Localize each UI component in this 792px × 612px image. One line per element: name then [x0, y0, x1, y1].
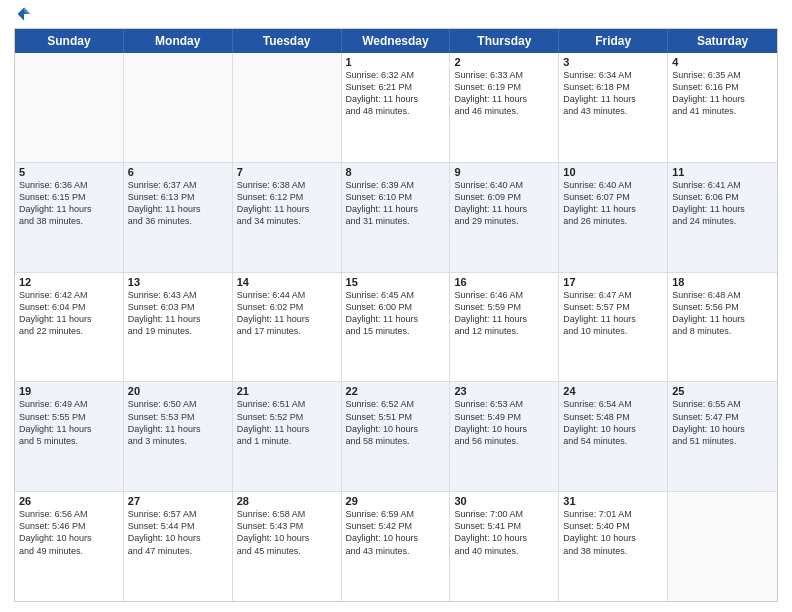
day-info: Sunrise: 6:49 AM Sunset: 5:55 PM Dayligh… — [19, 398, 119, 447]
day-cell-21: 21Sunrise: 6:51 AM Sunset: 5:52 PM Dayli… — [233, 382, 342, 491]
header-day-tuesday: Tuesday — [233, 29, 342, 53]
day-cell-5: 5Sunrise: 6:36 AM Sunset: 6:15 PM Daylig… — [15, 163, 124, 272]
day-number: 18 — [672, 276, 773, 288]
day-info: Sunrise: 6:59 AM Sunset: 5:42 PM Dayligh… — [346, 508, 446, 557]
day-cell-18: 18Sunrise: 6:48 AM Sunset: 5:56 PM Dayli… — [668, 273, 777, 382]
logo — [14, 10, 32, 22]
logo-icon — [16, 6, 32, 22]
day-info: Sunrise: 6:51 AM Sunset: 5:52 PM Dayligh… — [237, 398, 337, 447]
day-info: Sunrise: 6:34 AM Sunset: 6:18 PM Dayligh… — [563, 69, 663, 118]
day-cell-7: 7Sunrise: 6:38 AM Sunset: 6:12 PM Daylig… — [233, 163, 342, 272]
day-info: Sunrise: 6:50 AM Sunset: 5:53 PM Dayligh… — [128, 398, 228, 447]
day-info: Sunrise: 6:46 AM Sunset: 5:59 PM Dayligh… — [454, 289, 554, 338]
day-cell-4: 4Sunrise: 6:35 AM Sunset: 6:16 PM Daylig… — [668, 53, 777, 162]
day-cell-17: 17Sunrise: 6:47 AM Sunset: 5:57 PM Dayli… — [559, 273, 668, 382]
day-number: 24 — [563, 385, 663, 397]
calendar-week-4: 19Sunrise: 6:49 AM Sunset: 5:55 PM Dayli… — [15, 382, 777, 492]
day-cell-12: 12Sunrise: 6:42 AM Sunset: 6:04 PM Dayli… — [15, 273, 124, 382]
day-number: 11 — [672, 166, 773, 178]
day-info: Sunrise: 6:38 AM Sunset: 6:12 PM Dayligh… — [237, 179, 337, 228]
header-day-thursday: Thursday — [450, 29, 559, 53]
day-number: 14 — [237, 276, 337, 288]
day-number: 27 — [128, 495, 228, 507]
day-number: 1 — [346, 56, 446, 68]
day-cell-29: 29Sunrise: 6:59 AM Sunset: 5:42 PM Dayli… — [342, 492, 451, 601]
day-cell-30: 30Sunrise: 7:00 AM Sunset: 5:41 PM Dayli… — [450, 492, 559, 601]
day-number: 25 — [672, 385, 773, 397]
day-info: Sunrise: 6:45 AM Sunset: 6:00 PM Dayligh… — [346, 289, 446, 338]
day-cell-27: 27Sunrise: 6:57 AM Sunset: 5:44 PM Dayli… — [124, 492, 233, 601]
day-number: 26 — [19, 495, 119, 507]
day-info: Sunrise: 6:57 AM Sunset: 5:44 PM Dayligh… — [128, 508, 228, 557]
day-cell-1: 1Sunrise: 6:32 AM Sunset: 6:21 PM Daylig… — [342, 53, 451, 162]
day-cell-3: 3Sunrise: 6:34 AM Sunset: 6:18 PM Daylig… — [559, 53, 668, 162]
day-cell-19: 19Sunrise: 6:49 AM Sunset: 5:55 PM Dayli… — [15, 382, 124, 491]
day-number: 9 — [454, 166, 554, 178]
calendar-week-2: 5Sunrise: 6:36 AM Sunset: 6:15 PM Daylig… — [15, 163, 777, 273]
day-info: Sunrise: 6:33 AM Sunset: 6:19 PM Dayligh… — [454, 69, 554, 118]
day-info: Sunrise: 6:52 AM Sunset: 5:51 PM Dayligh… — [346, 398, 446, 447]
day-info: Sunrise: 6:37 AM Sunset: 6:13 PM Dayligh… — [128, 179, 228, 228]
empty-cell — [124, 53, 233, 162]
day-cell-13: 13Sunrise: 6:43 AM Sunset: 6:03 PM Dayli… — [124, 273, 233, 382]
header-day-wednesday: Wednesday — [342, 29, 451, 53]
header — [14, 10, 778, 22]
day-number: 15 — [346, 276, 446, 288]
day-number: 10 — [563, 166, 663, 178]
day-cell-22: 22Sunrise: 6:52 AM Sunset: 5:51 PM Dayli… — [342, 382, 451, 491]
day-info: Sunrise: 6:42 AM Sunset: 6:04 PM Dayligh… — [19, 289, 119, 338]
day-number: 8 — [346, 166, 446, 178]
day-cell-16: 16Sunrise: 6:46 AM Sunset: 5:59 PM Dayli… — [450, 273, 559, 382]
calendar-week-5: 26Sunrise: 6:56 AM Sunset: 5:46 PM Dayli… — [15, 492, 777, 601]
header-day-friday: Friday — [559, 29, 668, 53]
day-info: Sunrise: 6:55 AM Sunset: 5:47 PM Dayligh… — [672, 398, 773, 447]
day-info: Sunrise: 6:36 AM Sunset: 6:15 PM Dayligh… — [19, 179, 119, 228]
day-info: Sunrise: 6:48 AM Sunset: 5:56 PM Dayligh… — [672, 289, 773, 338]
day-number: 3 — [563, 56, 663, 68]
day-number: 29 — [346, 495, 446, 507]
day-cell-2: 2Sunrise: 6:33 AM Sunset: 6:19 PM Daylig… — [450, 53, 559, 162]
day-number: 17 — [563, 276, 663, 288]
day-number: 16 — [454, 276, 554, 288]
day-info: Sunrise: 6:41 AM Sunset: 6:06 PM Dayligh… — [672, 179, 773, 228]
day-cell-28: 28Sunrise: 6:58 AM Sunset: 5:43 PM Dayli… — [233, 492, 342, 601]
day-info: Sunrise: 6:39 AM Sunset: 6:10 PM Dayligh… — [346, 179, 446, 228]
day-info: Sunrise: 6:43 AM Sunset: 6:03 PM Dayligh… — [128, 289, 228, 338]
day-cell-25: 25Sunrise: 6:55 AM Sunset: 5:47 PM Dayli… — [668, 382, 777, 491]
day-number: 22 — [346, 385, 446, 397]
calendar-week-3: 12Sunrise: 6:42 AM Sunset: 6:04 PM Dayli… — [15, 273, 777, 383]
day-info: Sunrise: 6:56 AM Sunset: 5:46 PM Dayligh… — [19, 508, 119, 557]
page: SundayMondayTuesdayWednesdayThursdayFrid… — [0, 0, 792, 612]
day-info: Sunrise: 7:00 AM Sunset: 5:41 PM Dayligh… — [454, 508, 554, 557]
day-cell-24: 24Sunrise: 6:54 AM Sunset: 5:48 PM Dayli… — [559, 382, 668, 491]
empty-cell — [233, 53, 342, 162]
day-info: Sunrise: 6:40 AM Sunset: 6:09 PM Dayligh… — [454, 179, 554, 228]
day-number: 13 — [128, 276, 228, 288]
day-number: 5 — [19, 166, 119, 178]
empty-cell — [668, 492, 777, 601]
day-info: Sunrise: 6:35 AM Sunset: 6:16 PM Dayligh… — [672, 69, 773, 118]
day-cell-14: 14Sunrise: 6:44 AM Sunset: 6:02 PM Dayli… — [233, 273, 342, 382]
day-cell-9: 9Sunrise: 6:40 AM Sunset: 6:09 PM Daylig… — [450, 163, 559, 272]
day-info: Sunrise: 6:54 AM Sunset: 5:48 PM Dayligh… — [563, 398, 663, 447]
day-info: Sunrise: 6:58 AM Sunset: 5:43 PM Dayligh… — [237, 508, 337, 557]
calendar: SundayMondayTuesdayWednesdayThursdayFrid… — [14, 28, 778, 602]
day-cell-8: 8Sunrise: 6:39 AM Sunset: 6:10 PM Daylig… — [342, 163, 451, 272]
day-info: Sunrise: 6:32 AM Sunset: 6:21 PM Dayligh… — [346, 69, 446, 118]
day-number: 19 — [19, 385, 119, 397]
day-cell-10: 10Sunrise: 6:40 AM Sunset: 6:07 PM Dayli… — [559, 163, 668, 272]
day-info: Sunrise: 6:40 AM Sunset: 6:07 PM Dayligh… — [563, 179, 663, 228]
calendar-week-1: 1Sunrise: 6:32 AM Sunset: 6:21 PM Daylig… — [15, 53, 777, 163]
day-cell-15: 15Sunrise: 6:45 AM Sunset: 6:00 PM Dayli… — [342, 273, 451, 382]
day-number: 7 — [237, 166, 337, 178]
header-day-saturday: Saturday — [668, 29, 777, 53]
day-number: 21 — [237, 385, 337, 397]
day-cell-26: 26Sunrise: 6:56 AM Sunset: 5:46 PM Dayli… — [15, 492, 124, 601]
day-number: 20 — [128, 385, 228, 397]
day-cell-11: 11Sunrise: 6:41 AM Sunset: 6:06 PM Dayli… — [668, 163, 777, 272]
calendar-header: SundayMondayTuesdayWednesdayThursdayFrid… — [15, 29, 777, 53]
day-number: 4 — [672, 56, 773, 68]
day-number: 12 — [19, 276, 119, 288]
day-info: Sunrise: 7:01 AM Sunset: 5:40 PM Dayligh… — [563, 508, 663, 557]
day-number: 30 — [454, 495, 554, 507]
